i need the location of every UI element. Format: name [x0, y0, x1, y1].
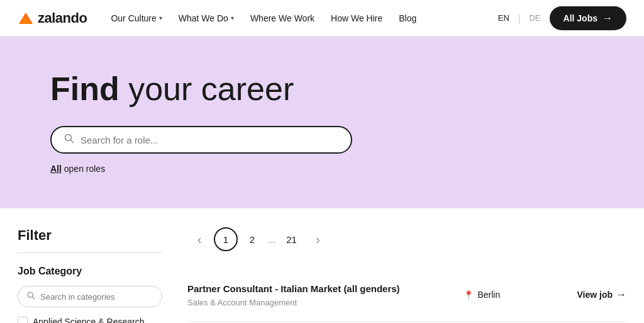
view-job-button[interactable]: View job → [577, 289, 626, 300]
nav-blog[interactable]: Blog [392, 9, 423, 27]
lang-de-button[interactable]: DE [525, 11, 544, 25]
chevron-down-icon: ▾ [159, 14, 162, 21]
category-checkbox-item: Applied Science & Research [18, 316, 162, 323]
job-title: Partner Consultant - Italian Market (all… [187, 283, 451, 295]
pagination-prev-button[interactable]: ‹ [187, 227, 211, 251]
job-listings: ‹ 1 2 ... 21 › Partner Consultant - Ital… [187, 227, 626, 323]
category-search-icon [27, 292, 35, 302]
filter-title: Filter [18, 227, 162, 244]
svg-line-3 [71, 140, 74, 143]
logo-link[interactable]: zalando [18, 10, 87, 26]
logo-icon [18, 10, 34, 26]
job-category: Sales & Account Management [187, 298, 451, 307]
pagination-dots: ... [267, 234, 277, 245]
svg-line-5 [33, 297, 35, 299]
location-pin-icon: 📍 [464, 290, 474, 300]
brand-name: zalando [38, 10, 87, 26]
role-search-input[interactable] [80, 135, 338, 145]
nav-how-we-hire[interactable]: How We Hire [325, 9, 389, 27]
job-info: Partner Consultant - Italian Market (all… [187, 283, 451, 307]
category-checkbox[interactable] [18, 317, 28, 323]
job-card: Partner Consultant - Italian Market (all… [187, 269, 626, 322]
pagination-last-page[interactable]: 21 [280, 227, 304, 251]
open-roles-text: All open roles [50, 164, 594, 174]
category-search-input[interactable] [40, 292, 116, 302]
nav-what-we-do[interactable]: What We Do ▾ [172, 9, 240, 27]
all-jobs-button[interactable]: All Jobs → [550, 6, 626, 30]
lang-divider: | [518, 13, 521, 23]
arrow-right-icon: → [616, 289, 626, 300]
lang-en-button[interactable]: EN [494, 11, 513, 25]
navbar: zalando Our Culture ▾ What We Do ▾ Where… [0, 0, 644, 37]
filter-divider [18, 252, 162, 253]
arrow-right-icon: → [602, 13, 613, 24]
pagination-page-2[interactable]: 2 [240, 227, 264, 251]
job-location: 📍 Berlin [464, 290, 564, 300]
job-category-title: Job Category [18, 266, 162, 277]
chevron-down-icon: ▾ [231, 14, 234, 21]
nav-items: Our Culture ▾ What We Do ▾ Where We Work… [104, 9, 494, 27]
pagination-next-button[interactable]: › [306, 227, 330, 251]
category-search-box [18, 286, 162, 307]
hero-section: Find your career All open roles [0, 37, 644, 208]
search-icon [64, 133, 74, 146]
search-bar [50, 126, 352, 154]
category-label: Applied Science & Research [33, 316, 144, 323]
filter-sidebar: Filter Job Category Applied Science & Re… [18, 227, 162, 323]
main-content: Filter Job Category Applied Science & Re… [0, 208, 644, 323]
pagination: ‹ 1 2 ... 21 › [187, 227, 626, 251]
nav-right: EN | DE All Jobs → [494, 6, 626, 30]
nav-our-culture[interactable]: Our Culture ▾ [104, 9, 168, 27]
all-open-roles-link[interactable]: All [50, 164, 62, 174]
nav-where-we-work[interactable]: Where We Work [244, 9, 321, 27]
pagination-page-1[interactable]: 1 [214, 227, 238, 251]
hero-title: Find your career [50, 71, 594, 107]
